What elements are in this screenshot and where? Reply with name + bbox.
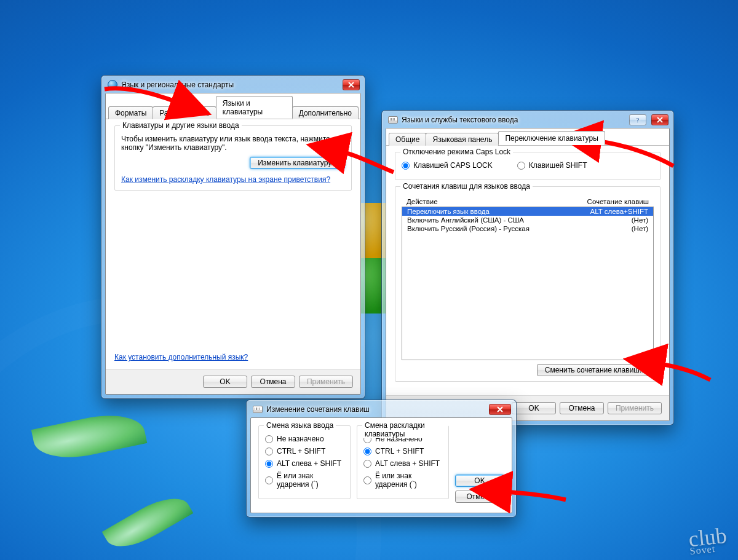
ok-button[interactable]: OK bbox=[512, 402, 556, 414]
radio-label: CTRL + SHIFT bbox=[277, 447, 325, 455]
capslock-groupbox: Отключение режима Caps Lock Клавишей CAP… bbox=[395, 152, 661, 180]
capslock-radio-shift-label: Клавишей SHIFT bbox=[529, 161, 587, 170]
hotkeys-row[interactable]: Включить Английский (США) - США (Нет) bbox=[402, 216, 653, 224]
tab-languages-keyboards[interactable]: Языки и клавиатуры bbox=[216, 96, 293, 119]
capslock-radio-capslock-label: Клавишей CAPS LOCK bbox=[413, 161, 493, 170]
keyboards-groupbox: Клавиатуры и другие языки ввода Чтобы из… bbox=[114, 125, 352, 191]
svg-text:?: ? bbox=[637, 116, 640, 124]
radio-label: ALT слева + SHIFT bbox=[375, 459, 440, 468]
change-hotkey-titlebar[interactable]: Изменение сочетания клавиш bbox=[250, 404, 512, 417]
tab-language-bar[interactable]: Языковая панель bbox=[426, 133, 499, 146]
tab-formats[interactable]: Форматы bbox=[108, 106, 153, 119]
capslock-legend: Отключение режима Caps Lock bbox=[400, 148, 513, 156]
ok-button[interactable]: OK bbox=[203, 376, 247, 388]
regional-settings-tabs: Форматы Расположение Языки и клавиатуры … bbox=[106, 93, 360, 119]
tab-keyboard-switching[interactable]: Переключение клавиатуры bbox=[498, 131, 605, 145]
change-hotkey-button[interactable]: Сменить сочетание клавиш... bbox=[537, 364, 654, 376]
capslock-radio-shift[interactable]: Клавишей SHIFT bbox=[517, 161, 587, 170]
keyboard-icon bbox=[253, 406, 263, 413]
regional-settings-titlebar[interactable]: Язык и региональные стандарты bbox=[105, 79, 361, 93]
layout-legend: Смена раскладки клавиатуры bbox=[362, 421, 448, 438]
hotkeys-list[interactable]: Переключить язык ввода ALT слева+SHIFT В… bbox=[402, 207, 654, 360]
site-watermark: clubSovet bbox=[688, 523, 729, 557]
change-hotkey-title: Изменение сочетания клавиш bbox=[266, 405, 370, 414]
hotkeys-row[interactable]: Переключить язык ввода ALT слева+SHIFT bbox=[402, 207, 653, 216]
cancel-button[interactable]: Отмена bbox=[455, 491, 504, 503]
install-language-link[interactable]: Как установить дополнительный язык? bbox=[114, 353, 248, 361]
capslock-radio-capslock[interactable]: Клавишей CAPS LOCK bbox=[402, 161, 493, 170]
keyboards-group-legend: Клавиатуры и другие языки ввода bbox=[120, 121, 242, 130]
change-hotkey-window: Изменение сочетания клавиш Смена языка в… bbox=[246, 400, 517, 518]
layout-groupbox: Смена раскладки клавиатуры Не назначено … bbox=[357, 425, 449, 499]
hotkeys-row-action: Включить Русский (Россия) - Русская bbox=[407, 225, 562, 232]
cancel-button[interactable]: Отмена bbox=[251, 376, 295, 388]
welcome-layout-link[interactable]: Как изменить раскладку клавиатуры на экр… bbox=[121, 175, 330, 184]
hotkeys-row-keys: (Нет) bbox=[562, 216, 648, 224]
lang-radio-alt-shift[interactable]: ALT слева + SHIFT bbox=[265, 459, 341, 468]
hotkeys-row[interactable]: Включить Русский (Россия) - Русская (Нет… bbox=[402, 224, 653, 233]
text-services-title: Языки и службы текстового ввода bbox=[402, 116, 518, 124]
layout-radio-ctrl-shift[interactable]: CTRL + SHIFT bbox=[363, 447, 424, 455]
text-services-titlebar[interactable]: Языки и службы текстового ввода ? bbox=[386, 114, 670, 128]
hotkeys-col-keys: Сочетание клавиш bbox=[563, 198, 649, 205]
radio-label: ALT слева + SHIFT bbox=[277, 459, 341, 468]
close-button[interactable] bbox=[651, 114, 669, 125]
regional-settings-window: Язык и региональные стандарты Форматы Ра… bbox=[101, 75, 365, 399]
apply-button[interactable]: Применить bbox=[299, 376, 353, 388]
tab-additional[interactable]: Дополнительно bbox=[292, 106, 359, 119]
radio-label: Не назначено bbox=[277, 435, 324, 443]
hotkeys-row-action: Переключить язык ввода bbox=[407, 208, 562, 215]
regional-settings-title: Язык и региональные стандарты bbox=[121, 81, 234, 89]
tab-location[interactable]: Расположение bbox=[153, 106, 216, 119]
cancel-button[interactable]: Отмена bbox=[560, 402, 604, 414]
hotkeys-row-keys: ALT слева+SHIFT bbox=[562, 208, 648, 215]
hotkeys-groupbox: Сочетания клавиш для языков ввода Действ… bbox=[395, 186, 661, 382]
radio-label: Ё или знак ударения (`) bbox=[375, 471, 442, 489]
lang-radio-none[interactable]: Не назначено bbox=[265, 435, 324, 443]
help-button[interactable]: ? bbox=[629, 114, 646, 125]
change-keyboard-button[interactable]: Изменить клавиатуру... bbox=[250, 157, 345, 169]
input-language-groupbox: Смена языка ввода Не назначено CTRL + SH… bbox=[258, 425, 351, 499]
radio-label: Ё или знак ударения (`) bbox=[277, 471, 344, 489]
tab-general[interactable]: Общие bbox=[389, 133, 426, 146]
text-services-tabs: Общие Языковая панель Переключение клави… bbox=[386, 128, 669, 146]
keyboard-icon bbox=[388, 116, 398, 124]
hotkeys-col-action: Действие bbox=[407, 198, 563, 205]
close-button[interactable] bbox=[489, 404, 511, 415]
text-services-window: Языки и службы текстового ввода ? Общие … bbox=[381, 110, 674, 425]
lang-radio-grave[interactable]: Ё или знак ударения (`) bbox=[265, 471, 344, 489]
hotkeys-legend: Сочетания клавиш для языков ввода bbox=[400, 182, 533, 191]
keyboards-description: Чтобы изменить клавиатуру или язык ввода… bbox=[121, 135, 345, 152]
globe-icon bbox=[108, 80, 117, 90]
input-language-legend: Смена языка ввода bbox=[264, 421, 336, 430]
layout-radio-grave[interactable]: Ё или знак ударения (`) bbox=[363, 471, 442, 489]
radio-label: CTRL + SHIFT bbox=[375, 447, 424, 455]
ok-button[interactable]: OK bbox=[455, 475, 504, 487]
apply-button[interactable]: Применить bbox=[608, 402, 662, 414]
hotkeys-row-action: Включить Английский (США) - США bbox=[407, 216, 562, 224]
hotkeys-row-keys: (Нет) bbox=[562, 225, 648, 232]
layout-radio-alt-shift[interactable]: ALT слева + SHIFT bbox=[363, 459, 440, 468]
close-button[interactable] bbox=[343, 79, 360, 90]
lang-radio-ctrl-shift[interactable]: CTRL + SHIFT bbox=[265, 447, 325, 455]
